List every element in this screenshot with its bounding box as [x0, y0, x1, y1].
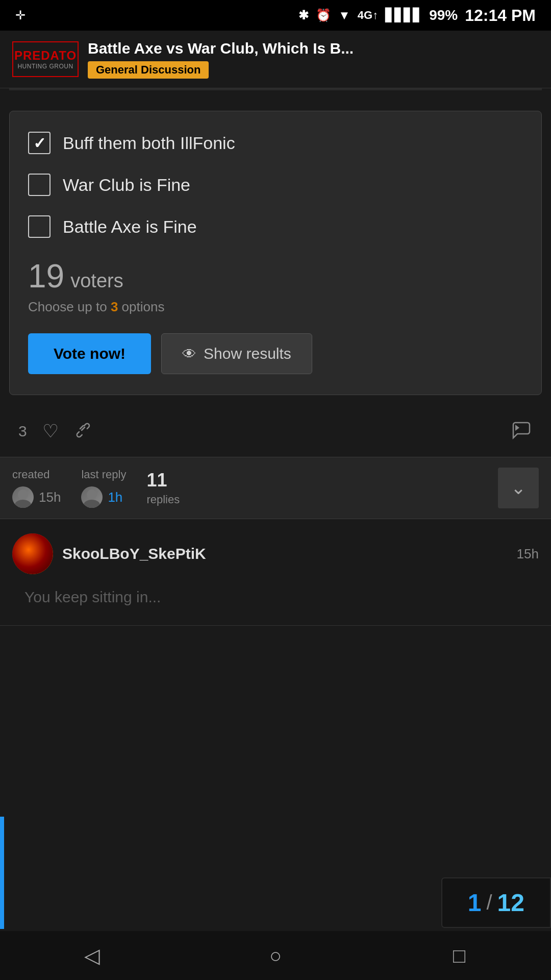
spacer	[0, 90, 551, 101]
status-bar: ✛ ✱ ⏰ ▼ 4G↑ ▋▋▋▋ 99% 12:14 PM	[0, 0, 551, 31]
show-results-button[interactable]: 👁 Show results	[161, 333, 312, 374]
post-timestamp: 15h	[517, 546, 539, 562]
home-icon: ○	[269, 944, 282, 967]
logo-subtitle: HUNTING GROUN	[17, 63, 73, 70]
app-header: PREDATO HUNTING GROUN Battle Axe vs War …	[0, 31, 551, 88]
post-user-info: SkooLBoY_SkePtiK	[12, 533, 206, 574]
last-reply-stat: last reply 1h	[81, 468, 126, 508]
svg-point-0	[18, 489, 28, 500]
checkbox-3[interactable]	[28, 215, 51, 238]
page-current: 1	[468, 889, 482, 917]
post-username[interactable]: SkooLBoY_SkePtiK	[62, 545, 206, 562]
thread-title[interactable]: Battle Axe vs War Club, Which Is B...	[88, 40, 539, 57]
signal-icon: ▼	[338, 8, 350, 22]
checkbox-2[interactable]	[28, 174, 51, 196]
bars-icon: ▋▋▋▋	[385, 8, 422, 22]
poll-option-2[interactable]: War Club is Fine	[28, 174, 523, 196]
pagination-overlay: 1 / 12	[441, 877, 551, 928]
created-avatar	[12, 486, 34, 508]
thread-info-bar: created 15h last reply 1h 11 replies ⌄	[0, 457, 551, 519]
post-actions-bar: 3 ♡	[0, 405, 551, 457]
option-label-3: Battle Axe is Fine	[63, 217, 197, 237]
expand-thread-button[interactable]: ⌄	[498, 468, 539, 508]
option-label-2: War Club is Fine	[63, 175, 190, 195]
poll-container: Buff them both IllFonic War Club is Fine…	[9, 111, 542, 395]
page-separator: /	[486, 891, 492, 914]
choose-options-text: Choose up to 3 options	[28, 299, 523, 315]
logo-text: PREDATO	[14, 48, 77, 63]
voters-number: 19	[28, 257, 64, 295]
like-count: 3	[18, 423, 27, 440]
link-icon[interactable]	[74, 420, 92, 443]
battery-level: 99%	[429, 7, 458, 23]
svg-point-2	[87, 489, 97, 500]
recents-icon: □	[453, 944, 465, 967]
last-reply-label: last reply	[81, 468, 126, 481]
app-logo[interactable]: PREDATO HUNTING GROUN	[12, 41, 79, 77]
poll-option-1[interactable]: Buff them both IllFonic	[28, 132, 523, 154]
page-total: 12	[497, 889, 524, 917]
voters-count-row: 19 voters	[28, 257, 523, 295]
recents-button[interactable]: □	[439, 935, 480, 976]
last-reply-time: 1h	[108, 489, 122, 505]
checkbox-1[interactable]	[28, 132, 51, 154]
last-reply-user: 1h	[81, 486, 126, 508]
replies-label: replies	[146, 493, 180, 506]
option-label-1: Buff them both IllFonic	[63, 133, 235, 153]
move-icon: ✛	[15, 8, 26, 22]
eye-icon: 👁	[182, 346, 196, 362]
svg-point-1	[15, 500, 31, 508]
reply-icon[interactable]	[510, 418, 533, 445]
created-stat: created 15h	[12, 468, 61, 508]
reply-post: SkooLBoY_SkePtiK 15h You keep sitting in…	[0, 519, 551, 626]
created-label: created	[12, 468, 61, 481]
replies-count: 11	[146, 470, 180, 491]
poll-option-3[interactable]: Battle Axe is Fine	[28, 215, 523, 238]
heart-icon[interactable]: ♡	[42, 421, 59, 442]
created-user: 15h	[12, 486, 61, 508]
pagination-side-bar	[0, 817, 4, 929]
bluetooth-icon: ✱	[298, 8, 309, 22]
voters-label: voters	[70, 270, 123, 292]
post-partial-text: You keep sitting in...	[12, 583, 539, 611]
bottom-navigation: ◁ ○ □	[0, 931, 551, 980]
svg-point-3	[84, 500, 100, 508]
4g-icon: 4G↑	[358, 9, 378, 22]
back-icon: ◁	[84, 944, 100, 967]
user-avatar	[12, 533, 53, 574]
status-right-icons: ✱ ⏰ ▼ 4G↑ ▋▋▋▋ 99% 12:14 PM	[298, 6, 536, 25]
last-reply-avatar	[81, 486, 103, 508]
poll-buttons: Vote now! 👁 Show results	[28, 333, 523, 374]
replies-stat: 11 replies	[146, 470, 180, 506]
post-header: SkooLBoY_SkePtiK 15h	[12, 533, 539, 574]
clock-time: 12:14 PM	[465, 6, 536, 25]
category-badge[interactable]: General Discussion	[88, 61, 209, 79]
vote-now-button[interactable]: Vote now!	[28, 333, 151, 374]
back-button[interactable]: ◁	[71, 935, 112, 976]
header-title-area: Battle Axe vs War Club, Which Is B... Ge…	[88, 40, 539, 79]
choose-num: 3	[111, 299, 118, 314]
status-left-icons: ✛	[15, 8, 26, 22]
chevron-down-icon: ⌄	[511, 477, 526, 499]
show-results-label: Show results	[204, 345, 291, 362]
alarm-icon: ⏰	[316, 8, 331, 22]
home-button[interactable]: ○	[255, 935, 296, 976]
created-time: 15h	[39, 489, 61, 505]
